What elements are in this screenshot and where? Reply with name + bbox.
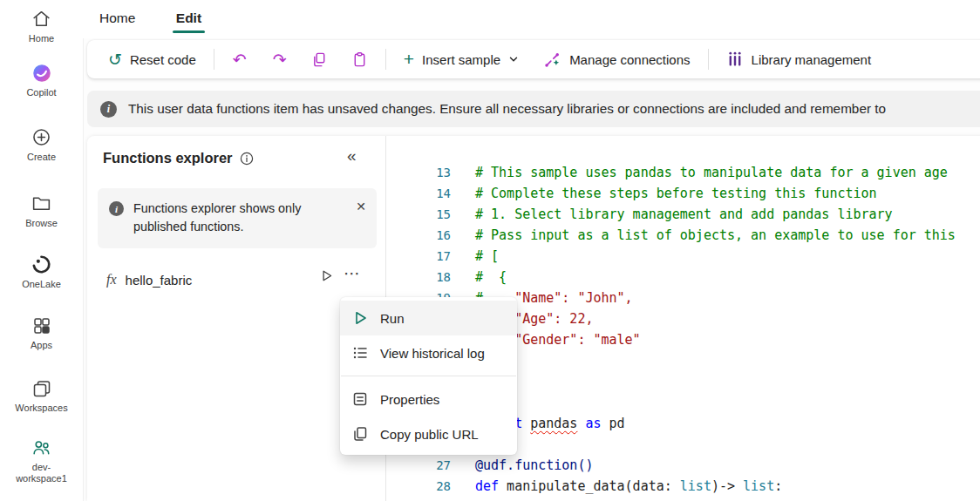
line-number: 16 (387, 225, 451, 246)
menu-item-properties[interactable]: Properties (340, 382, 517, 416)
nav-item-apps[interactable]: Apps (0, 314, 83, 351)
nav-label: Apps (13, 340, 71, 351)
nav-item-dev-workspace1[interactable]: dev-workspace1 (0, 436, 83, 484)
home-icon (0, 7, 83, 30)
nav-label: Copilot (13, 87, 71, 98)
line-number: 14 (387, 183, 451, 204)
code-line: 14# Complete these steps before testing … (387, 183, 980, 204)
unsaved-changes-banner: i This user data functions item has unsa… (87, 91, 980, 127)
info-icon: i (100, 101, 117, 118)
historical-log-icon (351, 344, 369, 362)
info-outline-icon[interactable] (240, 152, 254, 166)
folder-icon (0, 192, 83, 215)
menu-divider (341, 376, 516, 376)
code-line: 13# This sample uses pandas to manipulat… (387, 162, 980, 183)
menu-item-view-historical-log[interactable]: View historical log (340, 335, 517, 370)
code-line: 29 (387, 497, 980, 501)
menu-item-label: View historical log (380, 346, 485, 361)
run-icon (351, 309, 369, 327)
workspace-people-icon (0, 436, 83, 459)
chevron-down-icon (508, 54, 519, 64)
function-context-menu: Run View historical log Properties Copy … (340, 297, 517, 455)
workspaces-icon (0, 376, 83, 400)
menu-item-label: Properties (380, 392, 439, 407)
menu-item-label: Copy public URL (380, 427, 479, 442)
toolbar-divider (385, 49, 386, 70)
fx-icon: fx (106, 272, 117, 288)
line-number: 29 (387, 497, 451, 501)
menu-item-copy-public-url[interactable]: Copy public URL (340, 416, 517, 451)
code-line: 15# 1. Select library management and add… (387, 204, 980, 225)
nav-label: Home (13, 33, 71, 44)
reset-code-button[interactable]: ↺ Reset code (96, 45, 208, 73)
line-number: 28 (387, 476, 451, 497)
copy-icon (351, 425, 369, 443)
code-text: def manipulate_data(data: list)-> list: (475, 476, 782, 497)
reset-code-label: Reset code (130, 52, 196, 67)
nav-item-home[interactable]: Home (0, 7, 83, 44)
nav-label: dev-workspace1 (13, 462, 71, 484)
insert-sample-button[interactable]: + Insert sample (391, 45, 531, 73)
nav-item-workspaces[interactable]: Workspaces (0, 376, 83, 414)
nav-label: Workspaces (13, 403, 71, 414)
code-line: 28def manipulate_data(data: list)-> list… (387, 476, 980, 497)
undo-icon: ↶ (233, 51, 247, 68)
code-text: # Complete these steps before testing th… (475, 183, 877, 204)
tab-home[interactable]: Home (96, 6, 139, 30)
library-management-label: Library management (752, 52, 872, 67)
code-text: # This sample uses pandas to manipulate … (475, 162, 948, 183)
code-line: 16# Pass input as a list of objects, an … (387, 225, 980, 246)
manage-connections-button[interactable]: Manage connections (531, 45, 702, 73)
library-management-icon (726, 51, 744, 68)
copy-button[interactable] (300, 45, 340, 73)
paste-button[interactable] (340, 45, 380, 73)
nav-label: OneLake (13, 279, 71, 290)
line-number: 15 (387, 204, 451, 225)
toolbar-divider (214, 49, 214, 70)
banner-text: This user data functions item has unsave… (128, 101, 886, 117)
collapse-panel-icon[interactable]: « (347, 146, 357, 166)
function-name: hello_fabric (126, 273, 193, 288)
code-text: @udf.function() (475, 455, 593, 476)
nav-item-create[interactable]: Create (0, 125, 83, 163)
play-icon (319, 268, 334, 283)
ribbon-tabs: Home Edit (83, 0, 980, 38)
redo-button[interactable]: ↷ (260, 45, 300, 73)
menu-item-run[interactable]: Run (340, 301, 517, 335)
copy-icon (311, 51, 328, 68)
insert-sample-label: Insert sample (422, 52, 500, 67)
line-number: 17 (387, 246, 451, 267)
create-plus-icon (0, 125, 83, 149)
nav-item-browse[interactable]: Browse (0, 192, 83, 229)
toolbar-divider (708, 49, 709, 70)
undo-button[interactable]: ↶ (220, 45, 260, 73)
line-number: 18 (387, 267, 451, 288)
content-area: Functions explorer « i Functions explore… (87, 136, 980, 501)
info-icon: i (109, 201, 124, 216)
run-function-button[interactable] (319, 268, 334, 283)
code-text: # [ (475, 246, 499, 267)
notice-text: Functions explorer shows only published … (133, 200, 347, 237)
tab-edit[interactable]: Edit (173, 6, 205, 30)
panel-title: Functions explorer (103, 150, 233, 166)
manage-connections-label: Manage connections (569, 52, 690, 67)
nav-item-onelake[interactable]: OneLake (0, 253, 83, 290)
nav-label: Browse (13, 218, 71, 229)
menu-item-label: Run (380, 311, 405, 326)
nav-label: Create (13, 152, 71, 163)
close-icon[interactable]: ✕ (356, 200, 366, 213)
toolbar: ↺ Reset code ↶ ↷ + Insert sample Manage … (87, 40, 980, 78)
more-options-button[interactable]: ⋯ (344, 263, 361, 283)
code-line: 18# { (387, 267, 980, 288)
code-line: 27@udf.function() (387, 455, 980, 476)
copilot-icon (0, 61, 83, 85)
code-text: # 1. Select library management and add p… (475, 204, 893, 225)
onelake-icon (0, 253, 83, 276)
library-management-button[interactable]: Library management (714, 45, 884, 73)
nav-item-copilot[interactable]: Copilot (0, 61, 83, 98)
manage-connections-icon (543, 51, 561, 69)
code-line: 17# [ (387, 246, 980, 267)
explorer-notice: i Functions explorer shows only publishe… (98, 188, 377, 248)
function-list-item[interactable]: fx hello_fabric (106, 267, 192, 293)
redo-icon: ↷ (273, 51, 287, 68)
